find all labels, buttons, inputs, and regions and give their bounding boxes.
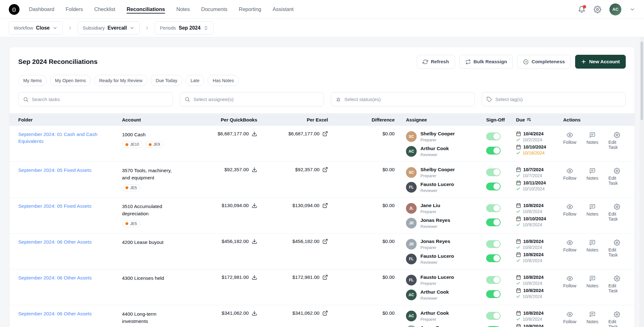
- notes-label: Notes: [586, 211, 598, 217]
- download-icon[interactable]: [252, 239, 257, 244]
- nav-item-dashboard[interactable]: Dashboard: [29, 6, 54, 12]
- nav-item-notes[interactable]: Notes: [176, 6, 190, 12]
- due-cell: 10/8/2024 10/8/2024 10/8/2024 10/8/2024: [516, 310, 563, 327]
- edit-task-action[interactable]: Edit Task: [608, 240, 626, 257]
- account-name: 4400 Long-term investments: [122, 310, 182, 325]
- folder-link[interactable]: September 2024: 01 Cash and Cash Equival…: [18, 131, 122, 145]
- settings-gear-icon[interactable]: [594, 6, 601, 13]
- follow-action[interactable]: Follow: [563, 132, 576, 150]
- new-account-label: New Account: [589, 59, 620, 65]
- signoff-toggle[interactable]: [486, 312, 501, 320]
- filter-chip-due-today[interactable]: Due Today: [151, 75, 182, 86]
- user-menu-chevron-down-icon[interactable]: [630, 7, 635, 12]
- signoff-toggle[interactable]: [486, 168, 501, 176]
- status-filter-box: [331, 92, 475, 106]
- follow-action[interactable]: Follow: [563, 311, 576, 327]
- new-account-button[interactable]: New Account: [575, 55, 626, 69]
- avatar: JR: [406, 325, 417, 327]
- download-icon[interactable]: [252, 274, 257, 280]
- signoff-toggle[interactable]: [486, 240, 501, 248]
- edit-task-action[interactable]: Edit Task: [608, 275, 626, 293]
- nav-item-reporting[interactable]: Reporting: [239, 6, 261, 12]
- folder-link[interactable]: September 2024: 06 Other Assets: [18, 310, 103, 317]
- assignee-filter-input[interactable]: [193, 97, 319, 102]
- due-group: 10/8/2024 10/8/2024: [516, 203, 563, 214]
- external-link-icon[interactable]: [322, 131, 328, 137]
- edit-task-action[interactable]: Edit Task: [608, 204, 626, 222]
- search-tasks-input[interactable]: [32, 97, 168, 102]
- notes-action[interactable]: Notes: [586, 132, 598, 150]
- notes-action[interactable]: Notes: [586, 275, 598, 293]
- folder-link[interactable]: September 2024: 05 Fixed Assets: [18, 167, 102, 174]
- signoff-toggle[interactable]: [486, 218, 501, 226]
- notes-action[interactable]: Notes: [586, 240, 598, 257]
- done-date: 10/10/2024: [516, 186, 563, 191]
- edit-task-label: Edit Task: [608, 176, 626, 186]
- due-date: 10/7/2024: [523, 167, 544, 172]
- notifications-bell-icon[interactable]: [578, 6, 586, 13]
- signoff-toggle[interactable]: [486, 147, 501, 155]
- search-tasks-box: [18, 92, 173, 106]
- account-badges: JE5: [122, 220, 182, 227]
- periods-selector[interactable]: Periods Sep 2024: [155, 21, 213, 35]
- user-avatar[interactable]: AC: [609, 3, 621, 15]
- folder-link[interactable]: September 2024: 06 Other Assets: [18, 239, 103, 245]
- scrollbar-thumb[interactable]: [641, 42, 643, 120]
- edit-task-action[interactable]: Edit Task: [608, 132, 626, 150]
- nav-item-checklist[interactable]: Checklist: [94, 6, 115, 12]
- download-icon[interactable]: [252, 203, 257, 208]
- signoff-toggle[interactable]: [486, 290, 501, 298]
- filter-chip-ready-for-my-review[interactable]: Ready for My Review: [94, 75, 147, 86]
- nav-item-folders[interactable]: Folders: [66, 6, 83, 12]
- follow-action[interactable]: Follow: [563, 168, 576, 186]
- signoff-toggle[interactable]: [486, 276, 501, 284]
- subsidiary-selector[interactable]: Subsidiary Evercall: [78, 21, 140, 35]
- nav-item-assistant[interactable]: Assistant: [273, 6, 294, 12]
- column-header-due[interactable]: Due: [516, 117, 563, 122]
- account-cell: 4300 Licenses held: [122, 274, 182, 285]
- external-link-icon[interactable]: [322, 274, 328, 280]
- download-icon[interactable]: [252, 167, 257, 172]
- due-date: 10/8/2024: [523, 275, 544, 280]
- signoff-toggle[interactable]: [486, 254, 501, 262]
- completeness-button[interactable]: Completeness: [517, 55, 571, 69]
- refresh-button[interactable]: Refresh: [417, 55, 455, 69]
- folder-link[interactable]: September 2024: 06 Other Assets: [18, 274, 103, 281]
- nav-item-reconciliations[interactable]: Reconciliations: [127, 6, 165, 12]
- signoff-toggle[interactable]: [486, 204, 501, 212]
- filter-chip-my-items[interactable]: My Items: [18, 75, 47, 86]
- external-link-icon[interactable]: [322, 239, 328, 244]
- filter-chip-late[interactable]: Late: [186, 75, 204, 86]
- external-link-icon[interactable]: [322, 203, 328, 208]
- edit-task-action[interactable]: Edit Task: [608, 168, 626, 186]
- status-filter-input[interactable]: [344, 97, 470, 102]
- workflow-selector[interactable]: Workflow Close: [9, 21, 63, 35]
- edit-task-action[interactable]: Edit Task: [608, 311, 626, 327]
- nav-item-documents[interactable]: Documents: [201, 6, 227, 12]
- bulk-reassign-button[interactable]: Bulk Reassign: [459, 55, 513, 69]
- signoff-toggle[interactable]: [486, 183, 501, 190]
- notes-action[interactable]: Notes: [586, 168, 598, 186]
- follow-action[interactable]: Follow: [563, 204, 576, 222]
- message-bubble-icon: [589, 168, 596, 174]
- download-icon[interactable]: [252, 131, 257, 137]
- filter-chip-my-open-items[interactable]: My Open Items: [50, 75, 91, 86]
- assignee-preparer: JL Jane Liu Preparer: [406, 203, 486, 214]
- gear-icon: [614, 311, 620, 318]
- check-icon: [516, 245, 520, 250]
- notes-action[interactable]: Notes: [586, 311, 598, 327]
- download-icon[interactable]: [252, 310, 257, 316]
- edit-task-label: Edit Task: [608, 140, 626, 150]
- external-link-icon[interactable]: [322, 310, 328, 316]
- signoff-toggle[interactable]: [486, 132, 501, 140]
- notes-action[interactable]: Notes: [586, 204, 598, 222]
- follow-action[interactable]: Follow: [563, 240, 576, 257]
- filter-chip-has-notes[interactable]: Has Notes: [208, 75, 239, 86]
- page-scrollbar[interactable]: [640, 37, 644, 327]
- folder-link[interactable]: September 2024: 05 Fixed Assets: [18, 203, 102, 210]
- follow-action[interactable]: Follow: [563, 275, 576, 293]
- difference-value: $0.00: [382, 167, 395, 172]
- brand-logo[interactable]: (): [9, 4, 19, 15]
- external-link-icon[interactable]: [322, 167, 328, 172]
- tag-filter-input[interactable]: [495, 97, 621, 102]
